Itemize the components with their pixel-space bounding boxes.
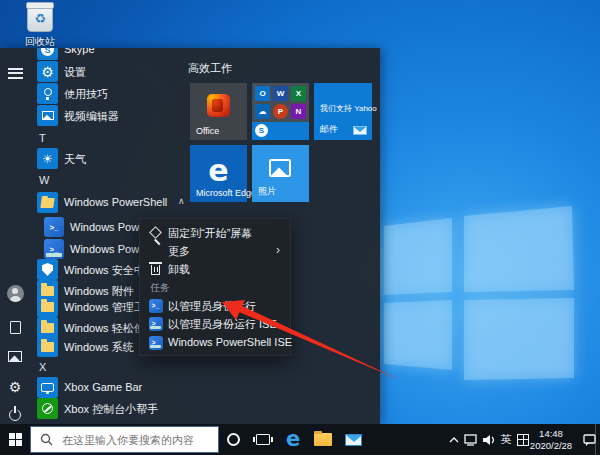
tile-office-folder[interactable]: O W X ☁ P N S [252, 83, 309, 140]
shield-icon [37, 259, 58, 280]
menu-item-label: 卸载 [168, 262, 190, 277]
tile-label: 邮件 [320, 123, 338, 136]
taskbar-search[interactable] [30, 426, 219, 453]
excel-icon: X [291, 86, 306, 101]
folder-icon [314, 433, 332, 446]
app-label: 天气 [64, 152, 86, 167]
skype-icon [37, 48, 58, 60]
trash-icon [148, 261, 163, 276]
app-item-xbox-console[interactable]: Xbox 控制台小帮手 [0, 398, 195, 420]
app-item-skype[interactable]: Skype [0, 48, 195, 61]
folder-icon [37, 296, 58, 317]
chevron-up-icon: ∧ [178, 196, 185, 206]
recycle-bin-desktop-icon[interactable]: ♻ 回收站 [10, 4, 70, 49]
file-explorer-button[interactable] [309, 424, 337, 455]
edge-icon: e [286, 429, 300, 450]
powershell-icon [44, 217, 64, 237]
recycle-bin-icon: ♻ [27, 4, 53, 32]
app-item-tips[interactable]: 使用技巧 [0, 83, 195, 105]
xbox-game-bar-icon [37, 377, 58, 398]
action-center-icon [583, 434, 596, 446]
recycle-symbol-icon: ♻ [28, 12, 52, 25]
recycle-bin-label: 回收站 [10, 35, 70, 49]
menu-item-label: 固定到“开始”屏幕 [168, 226, 252, 241]
context-menu: 固定到“开始”屏幕 更多 › 卸载 任务 以管理员身份运行 以管理员身份运行 I… [139, 218, 291, 356]
taskbar-clock[interactable]: 14:48 2020/2/28 [520, 428, 582, 451]
menu-item-label: 更多 [168, 244, 190, 259]
lightbulb-icon [37, 83, 58, 104]
app-label: Windows PowerShell [64, 196, 167, 208]
app-label: Skype [64, 48, 95, 55]
section-header-t[interactable]: T [39, 132, 46, 146]
settings-gear-icon: ⚙ [37, 61, 58, 82]
skype-icon: S [255, 124, 268, 137]
app-item-weather[interactable]: ☀ 天气 [0, 148, 195, 170]
network-tray-button[interactable] [462, 424, 480, 455]
desktop-screen: ♻ 回收站 ⚙ Skype ⚙ 设置 使用技巧 [0, 0, 600, 455]
app-label: Xbox Game Bar [64, 381, 142, 393]
mail-taskbar-button[interactable] [339, 424, 367, 455]
mail-envelope-icon [353, 126, 367, 135]
tile-mail[interactable]: 我们支持 Yahoo 邮件 [314, 83, 372, 140]
app-item-settings[interactable]: ⚙ 设置 [0, 61, 195, 83]
onedrive-icon: ☁ [255, 104, 270, 119]
outlook-icon: O [255, 86, 270, 101]
volume-tray-button[interactable] [480, 424, 498, 455]
app-item-powershell-folder[interactable]: Windows PowerShell ∧ [0, 192, 195, 214]
network-icon [464, 434, 478, 446]
start-button[interactable] [0, 424, 30, 455]
menu-section-tasks: 任务 [150, 281, 170, 295]
weather-sun-icon: ☀ [37, 148, 58, 169]
tile-label: Office [196, 126, 219, 136]
menu-item-powershell-ise[interactable]: Windows PowerShell ISE [140, 332, 290, 354]
tile-label: 照片 [258, 185, 276, 198]
powershell-icon [148, 298, 163, 313]
edge-taskbar-button[interactable]: e [279, 424, 307, 455]
powerpoint-icon: P [273, 104, 288, 119]
tile-edge[interactable]: e Microsoft Edge [190, 145, 247, 202]
cortana-icon [227, 433, 240, 446]
ime-language-label: 英 [501, 432, 512, 447]
search-icon [40, 433, 53, 446]
tray-overflow-button[interactable] [446, 424, 462, 455]
folder-open-icon [37, 192, 58, 213]
app-label: 视频编辑器 [64, 109, 119, 124]
app-label: 设置 [64, 65, 86, 80]
onenote-icon: N [291, 104, 306, 119]
menu-item-label: Windows PowerShell ISE [168, 336, 292, 348]
powershell-ise-icon [148, 335, 163, 350]
app-item-xbox-game-bar[interactable]: Xbox Game Bar [0, 377, 195, 399]
section-header-w[interactable]: W [39, 174, 49, 188]
show-desktop-button[interactable] [595, 424, 600, 455]
windows-logo-icon [9, 433, 22, 446]
tile-office[interactable]: Office [190, 83, 247, 140]
cortana-button[interactable] [219, 424, 247, 455]
word-icon: W [273, 86, 288, 101]
powershell-ise-icon [44, 239, 64, 259]
folder-icon [37, 336, 58, 357]
ime-language-button[interactable]: 英 [498, 424, 514, 455]
mail-icon [345, 434, 362, 446]
tile-photos[interactable]: 照片 [252, 145, 309, 202]
search-input[interactable] [60, 433, 210, 447]
task-view-button[interactable] [249, 424, 277, 455]
edge-logo: e [190, 153, 247, 188]
clock-date: 2020/2/28 [520, 440, 582, 452]
chevron-up-icon [449, 437, 459, 443]
menu-item-uninstall[interactable]: 卸载 [140, 258, 290, 280]
app-label: Windows 系统 [64, 340, 134, 355]
video-editor-icon [37, 105, 58, 126]
photos-icon [269, 159, 291, 177]
office-logo [207, 94, 230, 117]
app-item-video-editor[interactable]: 视频编辑器 [0, 105, 195, 127]
task-view-icon [256, 434, 270, 445]
chevron-right-icon: › [276, 243, 280, 257]
tile-label: Microsoft Edge [196, 188, 256, 198]
app-label: 使用技巧 [64, 87, 108, 102]
xbox-console-icon [37, 398, 58, 419]
pin-icon [148, 225, 163, 240]
tile-group-label[interactable]: 高效工作 [188, 61, 232, 76]
section-header-x[interactable]: X [39, 361, 46, 375]
taskbar: e 英 [0, 424, 600, 455]
menu-item-label: 以管理员身份运行 ISE [168, 317, 277, 332]
